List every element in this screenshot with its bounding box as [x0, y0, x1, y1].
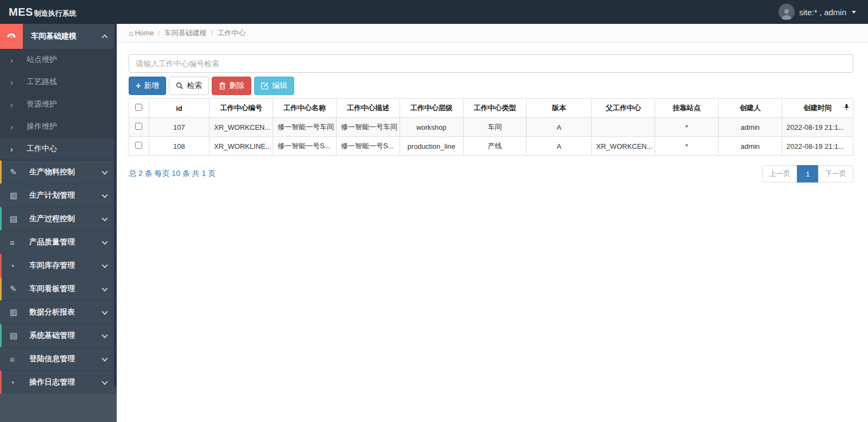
sidebar-group-label: 车间基础建模	[31, 32, 77, 41]
row-select-cell	[129, 137, 149, 156]
cell-code: XR_WORKCEN...	[210, 118, 273, 137]
column-header-site: 挂靠站点	[655, 99, 719, 118]
sidebar-group-workshop-modeling[interactable]: 车间基础建模	[0, 24, 117, 49]
column-header-description: 工作中心描述	[336, 99, 400, 118]
pencil-icon: ✎	[10, 167, 29, 177]
columns-icon: ▥	[10, 191, 29, 200]
search-button[interactable]: 检索	[169, 77, 209, 95]
edit-button[interactable]: 编辑	[254, 77, 294, 95]
sidebar-item-label: 车间看板管理	[29, 284, 75, 294]
cell-description: 修一智能一号车间	[336, 118, 400, 137]
sidebar-item-label: 生产物料控制	[29, 167, 75, 177]
gauge-icon: ◔	[10, 261, 29, 270]
sidebar-item-product-quality[interactable]: ≡ 产品质量管理	[0, 230, 117, 254]
sidebar-item-workshop-kanban[interactable]: ✎ 车间看板管理	[0, 277, 117, 300]
pin-icon[interactable]	[844, 104, 849, 112]
breadcrumb: ⌂ Home / 车间基础建模 / 工作中心	[117, 24, 868, 42]
sidebar-item-system-basic[interactable]: ▤ 系统基础管理	[0, 324, 117, 347]
row-checkbox[interactable]	[135, 142, 142, 149]
sidebar-item-process-route[interactable]: › 工艺路线	[0, 71, 117, 93]
content: + 新增 检索	[117, 42, 868, 182]
header-select-all	[129, 99, 149, 118]
select-all-checkbox[interactable]	[135, 104, 142, 111]
search-icon	[176, 82, 183, 90]
search-input[interactable]	[129, 54, 853, 73]
cell-create-time: 2022-08-19 21:1...	[782, 118, 853, 137]
cell-site: *	[655, 118, 719, 137]
cell-id: 108	[149, 137, 210, 156]
trash-icon	[219, 82, 226, 90]
delete-button[interactable]: 删除	[212, 77, 251, 95]
user-name: site:* , admin	[799, 8, 846, 17]
top-navbar: MES 制造执行系统 site:* , admin	[0, 0, 868, 24]
sidebar-item-label: 操作日志管理	[29, 377, 75, 387]
table-row: 107 XR_WORKCEN... 修一智能一号车间 修一智能一号车间 work…	[129, 118, 853, 137]
gauge-icon: ◔	[10, 378, 29, 387]
sidebar-item-label: 资源维护	[27, 99, 57, 109]
chevron-down-icon	[102, 168, 107, 174]
sidebar-item-work-center[interactable]: › 工作中心	[0, 138, 117, 160]
sidebar-scrollbar[interactable]	[114, 24, 117, 387]
sidebar-item-login-info[interactable]: ≡ 登陆信息管理	[0, 347, 117, 370]
cell-version: A	[527, 118, 592, 137]
next-page-button[interactable]: 下一页	[818, 165, 853, 182]
sidebar-item-label: 产品质量管理	[29, 237, 75, 247]
chevron-down-icon	[102, 192, 107, 198]
column-header-id: id	[149, 99, 210, 118]
breadcrumb-section-link[interactable]: 车间基础建模	[164, 28, 207, 38]
sidebar-item-data-analysis[interactable]: ▥ 数据分析报表	[0, 300, 117, 324]
sidebar-item-label: 操作维护	[27, 122, 57, 131]
pencil-icon: ✎	[10, 284, 29, 294]
row-select-cell	[129, 118, 149, 137]
sidebar: 车间基础建模 › 站点维护 › 工艺路线 › 资源维护 › 操作维护 › 工作中…	[0, 24, 117, 422]
column-header-type: 工作中心类型	[463, 99, 527, 118]
list-icon: ≡	[10, 355, 29, 364]
breadcrumb-separator: /	[211, 29, 213, 37]
add-button[interactable]: + 新增	[129, 77, 166, 95]
breadcrumb-home-link[interactable]: Home	[135, 29, 154, 37]
sidebar-item-operation-maintenance[interactable]: › 操作维护	[0, 116, 117, 138]
cell-creator: admin	[718, 118, 782, 137]
column-header-level: 工作中心层级	[400, 99, 463, 118]
cell-version: A	[527, 137, 592, 156]
sidebar-item-resource-maintenance[interactable]: › 资源维护	[0, 93, 117, 116]
column-header-creator: 创建人	[718, 99, 782, 118]
chevron-down-icon	[102, 215, 107, 221]
pagination: 上一页 1 下一页	[762, 165, 853, 182]
column-header-create-time: 创建时间	[782, 99, 853, 118]
list-icon: ≡	[10, 238, 29, 247]
cell-level: workshop	[400, 118, 463, 137]
chevron-up-icon	[102, 34, 107, 40]
table-header-row: id 工作中心编号 工作中心名称 工作中心描述 工作中心层级 工作中心类型 版本…	[129, 99, 853, 118]
main-area: ⌂ Home / 车间基础建模 / 工作中心 + 新增 检索	[117, 24, 868, 422]
sidebar-item-production-process[interactable]: ▤ 生产过程控制	[0, 207, 117, 230]
chevron-right-icon: ›	[10, 55, 27, 65]
chevron-right-icon: ›	[10, 100, 27, 109]
cell-name: 修一智能一号S...	[273, 137, 337, 156]
prev-page-button[interactable]: 上一页	[762, 165, 797, 182]
cell-creator: admin	[718, 137, 782, 156]
sidebar-item-label: 站点维护	[27, 55, 57, 65]
column-header-code: 工作中心编号	[210, 99, 273, 118]
app-logo-bold: MES	[9, 6, 33, 18]
chevron-right-icon: ›	[10, 144, 27, 154]
row-checkbox[interactable]	[135, 123, 142, 130]
work-center-table: id 工作中心编号 工作中心名称 工作中心描述 工作中心层级 工作中心类型 版本…	[129, 98, 853, 156]
cell-name: 修一智能一号车间	[273, 118, 337, 137]
book-icon: ▤	[10, 214, 29, 224]
table-row: 108 XR_WORKLINE... 修一智能一号S... 修一智能一号S...…	[129, 137, 853, 156]
sidebar-item-production-plan[interactable]: ▥ 生产计划管理	[0, 184, 117, 207]
user-menu[interactable]: site:* , admin	[778, 4, 868, 20]
cell-parent	[592, 118, 655, 137]
edit-icon	[261, 82, 269, 90]
sidebar-item-label: 系统基础管理	[29, 331, 75, 341]
page-1-button[interactable]: 1	[797, 165, 819, 182]
breadcrumb-separator: /	[158, 29, 160, 37]
sidebar-item-site-maintenance[interactable]: › 站点维护	[0, 49, 117, 71]
sidebar-item-operation-log[interactable]: ◔ 操作日志管理	[0, 370, 117, 394]
sidebar-item-workshop-inventory[interactable]: ◔ 车间库存管理	[0, 254, 117, 277]
sidebar-item-production-material[interactable]: ✎ 生产物料控制	[0, 160, 117, 184]
cell-code: XR_WORKLINE...	[210, 137, 273, 156]
cell-id: 107	[149, 118, 210, 137]
breadcrumb-current: 工作中心	[217, 28, 245, 38]
